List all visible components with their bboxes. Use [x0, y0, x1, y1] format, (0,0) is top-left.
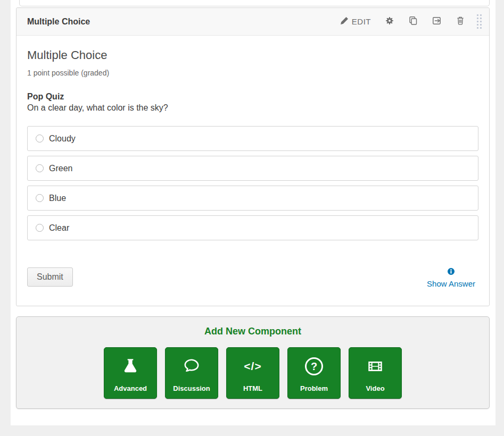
add-new-component-panel: Add New Component Advanced	[16, 316, 490, 409]
add-button-label: Video	[366, 384, 384, 392]
choice-label: Clear	[49, 223, 69, 233]
delete-button[interactable]	[456, 16, 465, 27]
copy-icon	[408, 16, 418, 27]
add-problem-button[interactable]: ? Problem	[287, 347, 341, 399]
radio-button[interactable]	[36, 224, 44, 232]
radio-button[interactable]	[36, 135, 44, 142]
gear-icon	[385, 16, 394, 27]
choice-option-green[interactable]: Green	[27, 156, 478, 181]
html-icon: </>	[244, 348, 261, 384]
add-button-label: Discussion	[173, 384, 210, 392]
choice-option-cloudy[interactable]: Cloudy	[27, 126, 478, 151]
multiple-choice-component: Multiple Choice EDIT	[16, 7, 490, 306]
duplicate-button[interactable]	[408, 16, 418, 27]
pencil-icon	[341, 17, 348, 26]
add-advanced-button[interactable]: Advanced	[104, 347, 157, 399]
drag-handle-icon[interactable]	[477, 14, 482, 29]
choice-option-clear[interactable]: Clear	[27, 215, 478, 240]
choice-label: Blue	[49, 194, 66, 203]
component-title: Multiple Choice	[27, 17, 90, 27]
radio-button[interactable]	[36, 164, 44, 172]
settings-button[interactable]	[385, 16, 394, 27]
move-icon	[432, 16, 442, 27]
add-button-label: HTML	[243, 384, 262, 392]
trash-icon	[456, 16, 465, 27]
prompt-title: Pop Quiz	[27, 92, 478, 102]
add-html-button[interactable]: </> HTML	[226, 347, 279, 399]
add-button-label: Advanced	[114, 384, 147, 392]
question-text: On a clear day, what color is the sky?	[27, 103, 478, 113]
add-discussion-button[interactable]: Discussion	[165, 347, 218, 399]
page: Multiple Choice EDIT	[0, 0, 504, 436]
points-possible: 1 point possible (graded)	[27, 69, 478, 77]
component-header: Multiple Choice EDIT	[16, 8, 489, 36]
submit-button[interactable]: Submit	[27, 267, 73, 287]
choice-option-blue[interactable]: Blue	[27, 186, 478, 211]
choice-list: Cloudy Green Blue Clear	[27, 126, 478, 240]
move-button[interactable]	[432, 16, 442, 27]
add-new-component-title: Add New Component	[16, 326, 489, 337]
edit-button-label: EDIT	[352, 17, 371, 26]
video-icon	[366, 348, 385, 384]
discussion-icon	[182, 348, 201, 384]
add-video-button[interactable]: Video	[349, 347, 402, 399]
flask-icon	[121, 348, 139, 384]
show-answer[interactable]: Show Answer	[427, 267, 478, 288]
add-button-label: Problem	[300, 384, 328, 392]
choice-label: Cloudy	[49, 134, 76, 144]
choice-label: Green	[49, 164, 72, 173]
content-canvas: Multiple Choice EDIT	[11, 0, 495, 425]
show-answer-label: Show Answer	[427, 279, 475, 288]
info-icon	[448, 267, 455, 277]
radio-button[interactable]	[36, 194, 44, 202]
edit-button[interactable]: EDIT	[341, 17, 371, 26]
component-actions: EDIT	[341, 14, 482, 29]
problem-action-row: Submit Show Answer	[27, 267, 478, 288]
previous-component-edge	[19, 0, 490, 6]
component-body: Multiple Choice 1 point possible (graded…	[16, 36, 489, 306]
problem-icon: ?	[305, 348, 323, 384]
add-component-buttons: Advanced Discussion </> HTML	[16, 347, 489, 399]
problem-title: Multiple Choice	[27, 48, 478, 62]
